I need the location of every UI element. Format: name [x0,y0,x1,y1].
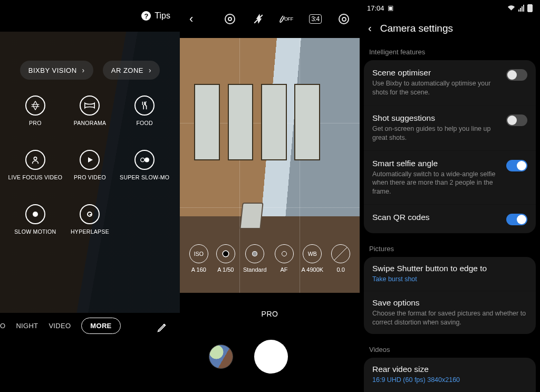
gear-icon [225,14,235,24]
wb-icon: WB [303,244,322,263]
tab-video[interactable]: VIDEO [49,322,71,330]
row-swipe-shutter[interactable]: Swipe Shutter button to edge to Take bur… [364,257,536,291]
row-scene-optimiser[interactable]: Scene optimiser Use Bixby to automatical… [364,60,536,105]
ar-zone-button[interactable]: AR ZONE › [103,61,160,80]
ev-icon [331,244,350,263]
mode-slow-motion[interactable]: SLOW MOTION [8,204,63,235]
slow-motion-icon [25,204,45,224]
camera-viewfinder[interactable]: ISO A 160 A 1/50 Standard AF WB A 4900K [180,38,360,293]
toggle-shot-suggestions[interactable] [506,114,527,126]
svg-point-1 [144,157,149,162]
section-pictures: Pictures [360,241,540,257]
scene-chair [239,203,263,229]
row-shot-suggestions[interactable]: Shot suggestions Get on-screen guides to… [364,105,536,150]
aspect-ratio-button[interactable]: 3:4 [309,14,322,24]
tab-more[interactable]: MORE [81,318,120,334]
svg-point-0 [34,157,36,160]
live-focus-video-icon [25,150,45,170]
status-time: 17:04 [367,4,384,12]
pro-picture[interactable]: Standard [243,244,267,273]
help-icon: ? [141,11,151,21]
status-bar: 17:04 ▣ [360,0,540,16]
settings-title: Camera settings [380,23,453,34]
gallery-thumbnail[interactable] [209,345,233,369]
bixby-vision-button[interactable]: BIXBY VISION › [20,61,93,80]
pro-wb[interactable]: WB A 4900K [302,244,324,273]
picture-style-icon [245,244,264,263]
image-icon: ▣ [388,4,393,12]
pro-shutter[interactable]: A 1/50 [216,244,235,273]
toggle-qr[interactable] [506,214,527,225]
flash-button[interactable] [252,14,265,24]
mode-panorama[interactable]: PANORAMA [63,95,118,126]
shutter-icon [216,244,235,263]
iso-icon: ISO [189,244,208,263]
row-qr[interactable]: Scan QR codes [364,204,536,233]
flash-off-icon [255,14,262,24]
settings-back-button[interactable]: ‹ [368,22,372,34]
tab-to[interactable]: TO [0,322,5,330]
chevron-right-icon: › [82,66,85,74]
tips-label: Tips [155,11,170,21]
mode-pro-video[interactable]: PRO VIDEO [63,150,118,180]
pro-iso[interactable]: ISO A 160 [189,244,208,273]
panorama-icon [80,95,100,116]
mode-live-focus-video[interactable]: LIVE FOCUS VIDEO [8,150,63,180]
battery-icon [527,4,533,12]
metering-button[interactable] [338,14,350,24]
mode-food[interactable]: FOOD [117,95,172,126]
pro-focus[interactable]: AF [275,244,294,273]
row-save-options[interactable]: Save options Choose the format for saved… [364,291,536,334]
shutter-button[interactable] [254,340,288,374]
super-slowmo-icon [134,150,155,170]
svg-point-2 [141,158,144,161]
mode-super-slowmo[interactable]: SUPER SLOW-MO [117,150,172,180]
chevron-right-icon: › [149,66,151,74]
tab-night[interactable]: NIGHT [16,322,38,330]
tips-button[interactable]: ? Tips [141,11,170,21]
toggle-smart-selfie[interactable] [506,160,527,171]
signal-icon [518,5,524,12]
row-rear-size[interactable]: Rear video size 16:9 UHD (60 fps) 3840x2… [364,358,536,391]
wifi-icon [507,5,515,11]
scene-frames [194,84,320,160]
timer-button[interactable]: OFF [281,15,293,23]
settings-button[interactable] [224,14,236,24]
mode-pro[interactable]: PRO [8,95,63,126]
pro-video-icon [80,150,100,170]
section-videos: Videos [360,341,540,358]
hyperlapse-icon [80,204,100,224]
current-mode-label: PRO [180,310,360,318]
section-intelligent: Intelligent features [360,44,540,60]
row-smart-selfie[interactable]: Smart selfie angle Automatically switch … [364,150,536,205]
pro-ev[interactable]: 0.0 [331,244,350,273]
back-button[interactable]: ‹ [189,12,193,26]
focus-icon [275,244,294,263]
toggle-scene-optimiser[interactable] [506,69,527,81]
food-icon [134,95,155,116]
metering-icon [339,14,349,24]
edit-modes-button[interactable] [155,320,169,335]
aperture-icon [25,95,45,116]
mode-hyperlapse[interactable]: HYPERLAPSE [63,204,118,235]
